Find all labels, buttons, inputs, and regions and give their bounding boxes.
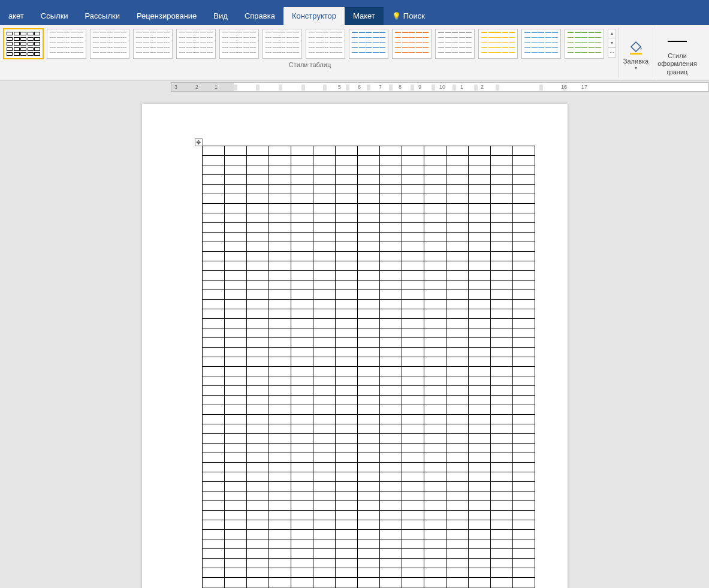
table-cell[interactable] [268, 290, 291, 300]
table-cell[interactable] [490, 386, 512, 396]
table-cell[interactable] [402, 175, 424, 185]
table-cell[interactable] [357, 357, 379, 367]
table-cell[interactable] [268, 501, 291, 511]
table-style-option[interactable] [263, 29, 302, 59]
table-row[interactable] [202, 568, 535, 578]
table-cell[interactable] [357, 511, 379, 520]
table-cell[interactable] [202, 453, 224, 463]
table-cell[interactable] [424, 175, 446, 185]
table-cell[interactable] [224, 338, 246, 348]
table-cell[interactable] [291, 376, 313, 386]
table-cell[interactable] [268, 434, 291, 444]
table-cell[interactable] [512, 204, 535, 213]
table-cell[interactable] [202, 434, 224, 444]
table-cell[interactable] [512, 376, 535, 386]
tab-links[interactable]: Ссылки [32, 7, 77, 25]
shading-button[interactable]: Заливка ▾ [619, 25, 653, 80]
document-area[interactable]: ✥ [0, 93, 709, 588]
table-style-option[interactable] [133, 29, 173, 59]
horizontal-ruler[interactable]: 3215678910121617 [171, 82, 709, 92]
table-cell[interactable] [224, 444, 246, 453]
table-cell[interactable] [202, 367, 224, 376]
table-cell[interactable] [446, 242, 468, 252]
table-cell[interactable] [202, 539, 224, 549]
table-cell[interactable] [202, 472, 224, 482]
table-cell[interactable] [246, 309, 268, 319]
table-cell[interactable] [402, 252, 424, 261]
table-cell[interactable] [335, 396, 357, 405]
table-style-option[interactable] [392, 29, 432, 59]
table-cell[interactable] [202, 233, 224, 242]
table-cell[interactable] [424, 213, 446, 223]
table-cell[interactable] [357, 405, 379, 415]
tab-review[interactable]: Рецензирование [128, 7, 205, 25]
table-cell[interactable] [490, 290, 512, 300]
table-cell[interactable] [424, 290, 446, 300]
table-row[interactable] [202, 559, 535, 568]
table-cell[interactable] [512, 233, 535, 242]
table-cell[interactable] [512, 309, 535, 319]
gallery-expand[interactable]: ⋯ [608, 48, 616, 58]
table-cell[interactable] [246, 175, 268, 185]
table-cell[interactable] [268, 261, 291, 271]
table-cell[interactable] [224, 309, 246, 319]
table-row[interactable] [202, 348, 535, 357]
table-cell[interactable] [246, 261, 268, 271]
table-cell[interactable] [291, 549, 313, 559]
table-cell[interactable] [379, 424, 402, 434]
table-cell[interactable] [490, 328, 512, 338]
table-cell[interactable] [468, 444, 490, 453]
table-cell[interactable] [268, 511, 291, 520]
table-cell[interactable] [224, 271, 246, 281]
table-cell[interactable] [446, 424, 468, 434]
table-cell[interactable] [490, 444, 512, 453]
table-cell[interactable] [402, 357, 424, 367]
table-cell[interactable] [291, 568, 313, 578]
table-cell[interactable] [490, 252, 512, 261]
table-cell[interactable] [490, 165, 512, 175]
table-cell[interactable] [357, 578, 379, 587]
table-cell[interactable] [224, 568, 246, 578]
table-row[interactable] [202, 501, 535, 511]
table-cell[interactable] [379, 233, 402, 242]
table-cell[interactable] [402, 520, 424, 530]
table-cell[interactable] [512, 520, 535, 530]
table-cell[interactable] [379, 338, 402, 348]
table-cell[interactable] [291, 424, 313, 434]
table-cell[interactable] [490, 405, 512, 415]
table-cell[interactable] [335, 242, 357, 252]
table-cell[interactable] [246, 444, 268, 453]
ruler-column-marker[interactable] [367, 85, 370, 91]
table-cell[interactable] [224, 319, 246, 328]
table-cell[interactable] [490, 357, 512, 367]
table-cell[interactable] [379, 367, 402, 376]
table-cell[interactable] [291, 194, 313, 204]
table-row[interactable] [202, 578, 535, 587]
table-cell[interactable] [246, 482, 268, 491]
table-cell[interactable] [446, 156, 468, 165]
table-cell[interactable] [446, 204, 468, 213]
table-cell[interactable] [357, 568, 379, 578]
table-cell[interactable] [490, 453, 512, 463]
table-cell[interactable] [468, 233, 490, 242]
table-cell[interactable] [268, 319, 291, 328]
table-cell[interactable] [268, 472, 291, 482]
table-cell[interactable] [291, 444, 313, 453]
table-cell[interactable] [224, 242, 246, 252]
table-cell[interactable] [424, 165, 446, 175]
table-cell[interactable] [291, 539, 313, 549]
table-cell[interactable] [313, 482, 335, 491]
table-cell[interactable] [446, 233, 468, 242]
table-cell[interactable] [468, 281, 490, 290]
table-cell[interactable] [446, 223, 468, 233]
table-cell[interactable] [313, 578, 335, 587]
table-cell[interactable] [424, 281, 446, 290]
table-cell[interactable] [313, 396, 335, 405]
table-style-option[interactable] [306, 29, 345, 59]
table-cell[interactable] [202, 482, 224, 491]
table-cell[interactable] [202, 530, 224, 539]
table-cell[interactable] [357, 376, 379, 386]
table-cell[interactable] [313, 175, 335, 185]
table-cell[interactable] [246, 453, 268, 463]
table-cell[interactable] [379, 300, 402, 309]
